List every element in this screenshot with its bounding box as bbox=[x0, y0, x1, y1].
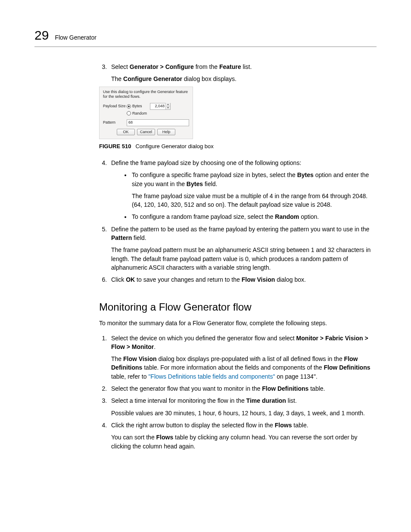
random-radio-group[interactable]: Random bbox=[127, 111, 150, 116]
steps-list-a: Select Generator > Configure from the Fe… bbox=[99, 62, 377, 84]
dialog-description: Use this dialog to configure the Generat… bbox=[103, 90, 189, 100]
flows-definitions-link[interactable]: "Flows Definitions table fields and comp… bbox=[148, 373, 275, 380]
step4-text: Define the frame payload size by choosin… bbox=[111, 159, 301, 166]
configure-generator-dialog: Use this dialog to configure the Generat… bbox=[99, 87, 193, 139]
steps-list-b: Define the frame payload size by choosin… bbox=[99, 159, 377, 284]
step4-bullet-2: To configure a random frame payload size… bbox=[131, 212, 377, 221]
ok-button[interactable]: OK bbox=[117, 129, 135, 135]
monitor-step1-para: The Flow Vision dialog box displays pre-… bbox=[111, 355, 377, 381]
step4-bullet-1: To configure a specific frame payload si… bbox=[131, 171, 377, 209]
spinner-buttons[interactable]: ▲ ▼ bbox=[165, 103, 170, 109]
random-radio-label: Random bbox=[132, 111, 147, 116]
help-button[interactable]: Help bbox=[157, 129, 175, 135]
step3-text: Select Generator > Configure from the Fe… bbox=[111, 63, 252, 70]
chapter-title: Flow Generator bbox=[55, 33, 96, 42]
section-intro: To monitor the summary data for a Flow G… bbox=[99, 319, 377, 327]
step4-bullet1-para: The frame payload size value must be a m… bbox=[132, 192, 377, 209]
spinner-up-icon[interactable]: ▲ bbox=[166, 103, 170, 106]
monitor-step-2: Select the generator flow that you want … bbox=[109, 384, 377, 393]
bytes-spinner[interactable]: 2,048 ▲ ▼ bbox=[150, 103, 171, 110]
bytes-radio[interactable] bbox=[127, 104, 131, 109]
spinner-down-icon[interactable]: ▼ bbox=[166, 106, 170, 109]
step4-bullets: To configure a specific frame payload si… bbox=[111, 171, 377, 221]
step-6: Click OK to save your changes and return… bbox=[109, 275, 377, 284]
monitor-steps: Select the device on which you defined t… bbox=[99, 334, 377, 451]
bytes-radio-group[interactable]: Bytes bbox=[127, 104, 150, 109]
monitor-step-4: Click the right arrow button to display … bbox=[109, 421, 377, 451]
dialog-buttons: OK Cancel Help bbox=[103, 129, 189, 135]
monitor-step3-para: Possible values are 30 minutes, 1 hour, … bbox=[111, 409, 377, 417]
bytes-radio-label: Bytes bbox=[132, 104, 142, 109]
figure-caption: FIGURE 510Configure Generator dialog box bbox=[99, 143, 377, 151]
pattern-input[interactable]: 68 bbox=[127, 119, 189, 126]
random-radio[interactable] bbox=[127, 111, 131, 115]
figure-text: Configure Generator dialog box bbox=[135, 143, 213, 149]
step5-para: The frame payload pattern must be an alp… bbox=[111, 246, 377, 272]
step3-sub: The Configure Generator dialog box displ… bbox=[111, 75, 377, 83]
payload-size-row: Payload Size Bytes 2,048 ▲ ▼ bbox=[103, 103, 189, 110]
cancel-button[interactable]: Cancel bbox=[137, 129, 155, 135]
monitor-step-3: Select a time interval for monitoring th… bbox=[109, 396, 377, 417]
pattern-label: Pattern bbox=[103, 120, 127, 125]
page-content: Select Generator > Configure from the Fe… bbox=[99, 62, 377, 451]
pattern-row: Pattern 68 bbox=[103, 119, 189, 126]
payload-size-label: Payload Size bbox=[103, 104, 127, 109]
random-row: Random bbox=[103, 111, 189, 116]
chapter-number: 29 bbox=[34, 26, 49, 45]
monitor-step-1: Select the device on which you defined t… bbox=[109, 334, 377, 381]
step-4: Define the frame payload size by choosin… bbox=[109, 159, 377, 221]
step-3: Select Generator > Configure from the Fe… bbox=[109, 62, 377, 84]
monitor-step4-para: You can sort the Flows table by clicking… bbox=[111, 433, 377, 451]
step-5: Define the pattern to be used as the fra… bbox=[109, 225, 377, 272]
bytes-value: 2,048 bbox=[150, 104, 165, 109]
section-heading: Monitoring a Flow Generator flow bbox=[99, 300, 377, 315]
page-header: 29 Flow Generator bbox=[34, 26, 377, 47]
figure-label: FIGURE 510 bbox=[99, 143, 131, 149]
